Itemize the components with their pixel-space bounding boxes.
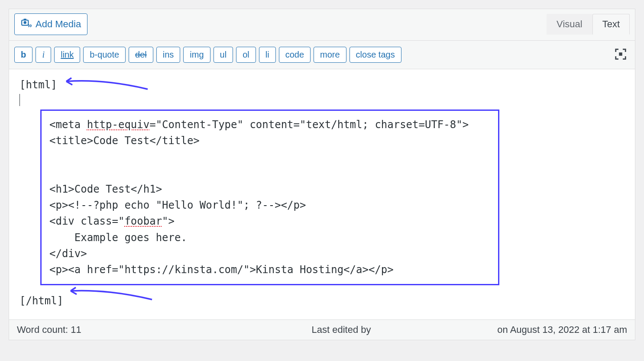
tab-visual[interactable]: Visual	[547, 14, 592, 35]
add-media-button[interactable]: Add Media	[14, 13, 87, 35]
qt-blockquote-button[interactable]: b-quote	[83, 47, 126, 63]
fullscreen-icon	[614, 55, 627, 62]
qt-italic-button[interactable]: i	[36, 47, 51, 63]
shortcode-close-tag: [/html]	[19, 293, 63, 309]
word-count: Word count: 11	[17, 324, 81, 335]
qt-li-button[interactable]: li	[259, 47, 276, 63]
qt-link-button[interactable]: link	[54, 47, 80, 63]
camera-media-icon	[21, 17, 32, 31]
annotated-code-block: <meta http-equiv="Content-Type" content=…	[40, 110, 499, 285]
tab-text[interactable]: Text	[592, 14, 630, 35]
qt-ol-button[interactable]: ol	[236, 47, 256, 63]
spell-error: http-equiv	[87, 119, 150, 131]
svg-point-1	[24, 21, 27, 24]
qt-del-button[interactable]: del	[129, 47, 153, 63]
editor-container: Add Media Visual Text b i link b-quote d…	[9, 9, 635, 340]
qt-img-button[interactable]: img	[183, 47, 210, 63]
qt-close-tags-button[interactable]: close tags	[350, 47, 401, 63]
spell-error: foobar	[124, 215, 162, 227]
last-edited-by: Last edited by	[81, 324, 498, 335]
text-editor-area[interactable]: [html] <meta http-equiv="Content-Type" c…	[9, 69, 635, 319]
shortcode-open-tag: [html]	[19, 77, 57, 93]
qt-ins-button[interactable]: ins	[156, 47, 181, 63]
add-media-label: Add Media	[36, 19, 81, 30]
editor-top-bar: Add Media Visual Text	[9, 9, 635, 41]
quicktags-toolbar: b i link b-quote del ins img ul ol li co…	[9, 41, 635, 69]
quicktags-buttons: b i link b-quote del ins img ul ol li co…	[14, 47, 401, 63]
text-cursor	[19, 94, 20, 106]
qt-code-button[interactable]: code	[279, 47, 311, 63]
last-edited-on: on August 13, 2022 at 1:17 am	[497, 324, 627, 335]
qt-bold-button[interactable]: b	[14, 47, 32, 63]
qt-more-button[interactable]: more	[314, 47, 346, 63]
editor-status-bar: Word count: 11 Last edited by on August …	[9, 319, 635, 340]
svg-rect-3	[619, 52, 622, 56]
annotation-arrow-top	[61, 75, 152, 93]
annotation-arrow-bottom	[65, 285, 156, 303]
svg-rect-2	[24, 19, 27, 20]
editor-mode-tabs: Visual Text	[547, 14, 630, 35]
fullscreen-button[interactable]	[612, 45, 630, 64]
qt-ul-button[interactable]: ul	[214, 47, 233, 63]
